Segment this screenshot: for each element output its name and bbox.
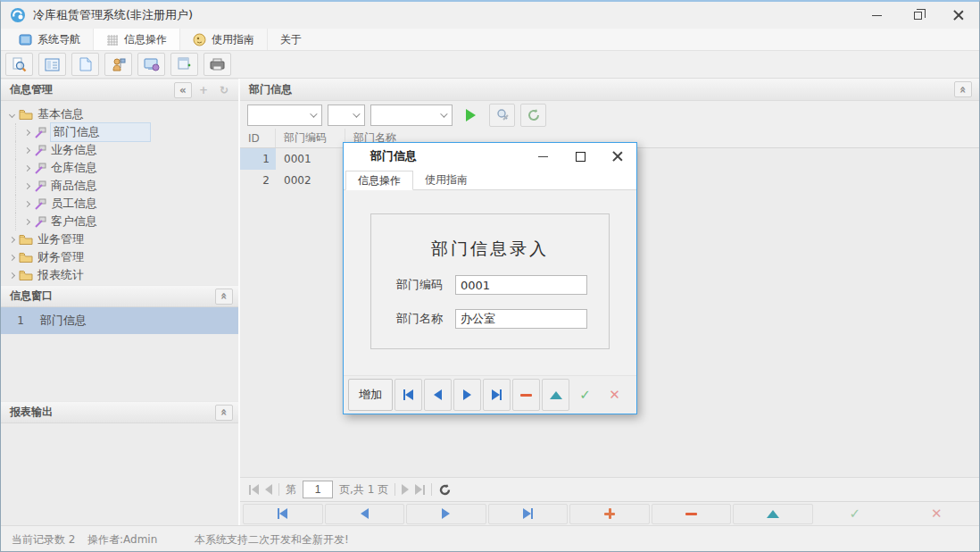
clock-icon	[193, 33, 206, 46]
menu-item-about[interactable]: 关于	[268, 29, 314, 50]
table-list-button[interactable]	[38, 53, 66, 76]
filter-value-combo[interactable]	[370, 105, 453, 126]
last-page-icon[interactable]	[415, 484, 425, 495]
dialog-maximize-button[interactable]	[561, 143, 599, 170]
document-button[interactable]	[71, 53, 99, 76]
tree-item-department-info[interactable]: 部门信息	[15, 123, 238, 141]
record-add-button[interactable]	[569, 504, 650, 524]
dialog-first-button[interactable]	[394, 379, 422, 411]
user-button[interactable]	[104, 53, 132, 76]
dialog-close-button[interactable]	[599, 143, 636, 170]
folder-icon	[19, 109, 33, 120]
menu-label: 系统导航	[37, 32, 80, 47]
dialog-delete-button[interactable]	[512, 379, 540, 411]
sidebar: 信息管理 « + ↻ 基本信息 部门信息	[1, 79, 240, 525]
next-page-icon[interactable]	[402, 484, 409, 495]
tree-item-basic-info[interactable]: 基本信息	[1, 105, 238, 123]
folder-icon	[19, 270, 33, 280]
first-record-icon	[279, 508, 287, 519]
record-toolbar: ✓ ✕	[240, 501, 979, 525]
dialog-prev-button[interactable]	[424, 379, 452, 411]
search-preview-button[interactable]	[5, 53, 33, 76]
monitor-globe-button[interactable]	[137, 53, 165, 76]
record-delete-button[interactable]	[652, 504, 732, 524]
collapse-left-icon[interactable]: «	[174, 82, 192, 98]
collapse-up-icon[interactable]: «	[215, 289, 233, 305]
chevron-right-icon	[24, 200, 30, 206]
tree-item-warehouse-info[interactable]: 仓库信息	[15, 159, 238, 177]
collapse-up-icon[interactable]: «	[954, 81, 972, 97]
close-icon	[953, 10, 964, 21]
tab-user-guide[interactable]: 使用指南	[413, 170, 479, 189]
dialog-confirm-button[interactable]: ✓	[571, 379, 599, 411]
close-icon	[612, 151, 623, 162]
dialog-last-button[interactable]	[483, 379, 511, 411]
printer-button[interactable]	[203, 53, 231, 76]
advanced-search-button[interactable]	[489, 104, 515, 127]
tree-item-report-stats[interactable]: 报表统计	[1, 266, 238, 284]
filter-field-combo[interactable]	[247, 105, 322, 126]
x-icon: ✕	[931, 506, 943, 522]
tree-item-label: 部门信息	[51, 123, 150, 141]
add-record-button[interactable]: 增加	[348, 379, 393, 411]
page-input[interactable]	[303, 481, 333, 498]
first-page-icon[interactable]	[249, 484, 259, 495]
run-query-button[interactable]	[458, 104, 484, 127]
grid-column-code[interactable]: 部门编码	[276, 129, 345, 147]
window-add-button[interactable]	[170, 53, 198, 76]
record-last-button[interactable]	[488, 504, 569, 524]
filter-operator-combo[interactable]	[328, 105, 365, 126]
add-icon[interactable]: +	[195, 82, 212, 98]
menu-label: 使用指南	[212, 32, 254, 47]
window-title: 冷库租赁管理系统(非注册用户)	[33, 7, 193, 23]
module-icon	[34, 216, 46, 228]
panel-title: 信息窗口	[10, 289, 53, 304]
close-button[interactable]	[938, 2, 979, 29]
refresh-icon[interactable]: ↻	[215, 82, 233, 98]
tree-item-label: 报表统计	[37, 267, 84, 283]
chevron-right-icon	[24, 129, 30, 135]
minimize-button[interactable]	[856, 2, 897, 29]
tree-item-employee-info[interactable]: 员工信息	[15, 195, 238, 213]
panel-title: 信息管理	[10, 82, 53, 97]
dialog-minimize-button[interactable]	[524, 143, 561, 170]
tree-item-business-info[interactable]: 业务信息	[15, 141, 238, 159]
record-prev-button[interactable]	[325, 504, 405, 524]
record-cancel-button[interactable]: ✕	[897, 504, 977, 524]
cell-code: 0002	[276, 170, 345, 191]
operator-label: 操作者:Admin	[87, 532, 195, 548]
tree-item-finance-manage[interactable]: 财务管理	[1, 248, 238, 266]
user-icon	[111, 57, 126, 71]
tree-item-customer-info[interactable]: 客户信息	[15, 213, 238, 230]
refresh-grid-button[interactable]	[520, 104, 546, 127]
tree-item-label: 基本信息	[37, 106, 84, 122]
record-next-button[interactable]	[406, 504, 486, 524]
dialog-next-button[interactable]	[453, 379, 481, 411]
panel-title: 报表输出	[10, 405, 53, 420]
prev-page-icon[interactable]	[265, 484, 272, 495]
menu-item-system-nav[interactable]: 系统导航	[6, 29, 94, 50]
collapse-up-icon[interactable]: «	[215, 405, 233, 421]
dialog-content: 部门信息录入 部门编码 部门名称	[344, 190, 636, 375]
menu-item-user-guide[interactable]: 使用指南	[180, 29, 268, 50]
tree-item-business-manage[interactable]: 业务管理	[1, 230, 238, 248]
chevron-down-icon	[9, 111, 15, 117]
refresh-icon	[527, 108, 541, 122]
record-first-button[interactable]	[243, 504, 323, 524]
dept-name-input[interactable]	[455, 309, 587, 329]
grid-column-id[interactable]: ID	[240, 129, 276, 147]
menu-item-info-operate[interactable]: 信息操作	[94, 29, 180, 50]
tab-info-operate[interactable]: 信息操作	[345, 171, 413, 190]
tree-item-goods-info[interactable]: 商品信息	[15, 177, 238, 195]
form-title: 部门信息录入	[371, 238, 609, 261]
record-edit-button[interactable]	[733, 504, 813, 524]
record-confirm-button[interactable]: ✓	[815, 504, 895, 524]
restore-button[interactable]	[897, 2, 938, 29]
chevron-right-icon	[9, 272, 15, 278]
info-window-item[interactable]: 1 部门信息	[1, 307, 238, 334]
dialog-edit-button[interactable]	[542, 379, 569, 411]
chevron-down-icon	[440, 110, 447, 117]
reload-icon[interactable]	[438, 483, 452, 497]
dept-code-input[interactable]	[455, 275, 587, 295]
dialog-cancel-button[interactable]: ✕	[601, 379, 628, 411]
